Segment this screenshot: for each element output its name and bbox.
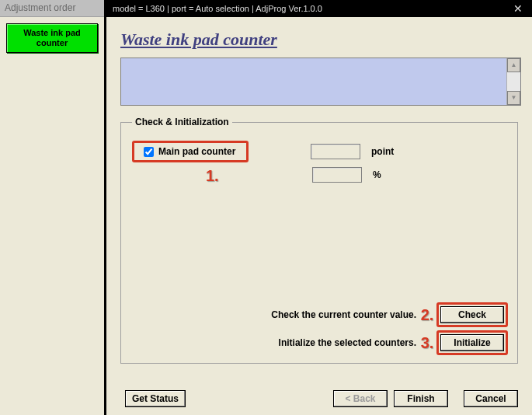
- initialize-button-highlight: Initialize: [436, 330, 508, 355]
- scroll-track[interactable]: [507, 72, 520, 91]
- output-textarea[interactable]: ▲ ▼: [120, 58, 521, 106]
- check-button-highlight: Check: [436, 302, 508, 327]
- percent-unit-label: %: [373, 169, 381, 180]
- point-unit-label: point: [371, 146, 394, 157]
- percent-value-input[interactable]: [312, 167, 362, 183]
- main-window: model = L360 | port = Auto selection | A…: [106, 0, 532, 415]
- annotation-3: 3.: [418, 334, 436, 352]
- check-initialization-group: Check & Initialization Main pad counter …: [120, 117, 518, 364]
- left-panel-header: Adjustment order: [0, 0, 104, 17]
- titlebar: model = L360 | port = Auto selection | A…: [106, 0, 532, 17]
- main-pad-counter-checkbox[interactable]: [144, 147, 154, 157]
- fieldset-legend: Check & Initialization: [132, 117, 232, 127]
- check-button[interactable]: Check: [440, 306, 504, 323]
- scrollbar[interactable]: ▲ ▼: [506, 58, 520, 105]
- point-value-input[interactable]: [311, 144, 360, 159]
- main-pad-counter-label: Main pad counter: [158, 146, 235, 157]
- scroll-down-icon[interactable]: ▼: [507, 91, 520, 105]
- close-button[interactable]: ✕: [504, 0, 532, 17]
- initialize-instruction-text: Initialize the selected counters.: [279, 337, 416, 348]
- check-instruction-text: Check the current counter value.: [271, 309, 416, 320]
- scroll-up-icon[interactable]: ▲: [507, 58, 520, 72]
- left-panel: Adjustment order Waste ink pad counter: [0, 0, 106, 415]
- sidebar-waste-ink-button[interactable]: Waste ink pad counter: [6, 23, 98, 53]
- finish-button[interactable]: Finish: [394, 390, 448, 407]
- annotation-2: 2.: [418, 306, 436, 324]
- get-status-button[interactable]: Get Status: [125, 390, 186, 407]
- initialize-button[interactable]: Initialize: [440, 334, 504, 351]
- footer-buttons: Get Status < Back Finish Cancel: [119, 390, 518, 407]
- annotation-1: 1.: [206, 167, 219, 185]
- titlebar-text: model = L360 | port = Auto selection | A…: [113, 4, 504, 13]
- back-button: < Back: [333, 390, 388, 407]
- main-pad-counter-wrap: Main pad counter: [132, 141, 249, 162]
- close-icon: ✕: [513, 2, 523, 15]
- page-title: Waste ink pad counter: [120, 30, 521, 50]
- cancel-button[interactable]: Cancel: [464, 390, 518, 407]
